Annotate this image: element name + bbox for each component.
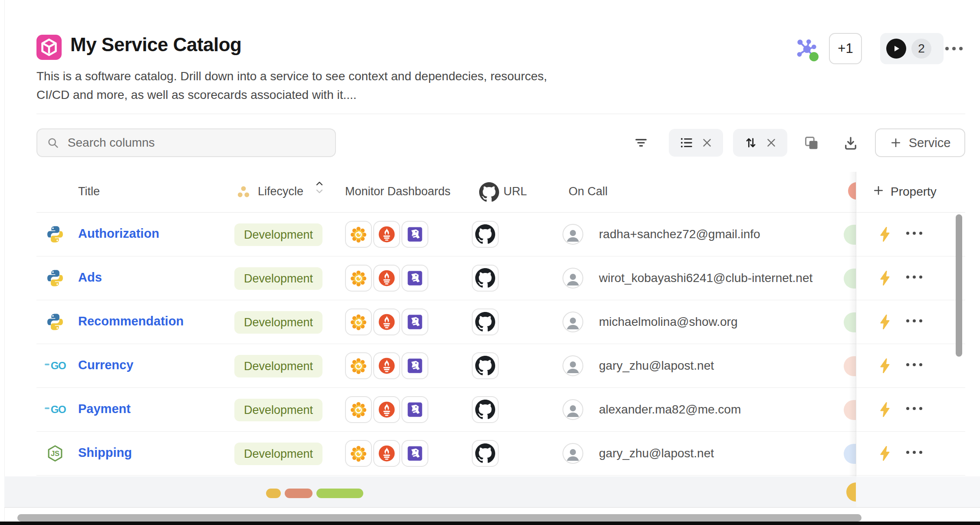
prometheus-dashboard-button[interactable] [373, 308, 400, 335]
plus-one-button[interactable]: +1 [829, 33, 862, 64]
python-icon [46, 225, 65, 244]
close-icon[interactable] [701, 137, 713, 148]
play-icon [886, 39, 906, 59]
column-title[interactable]: Title [78, 185, 100, 198]
add-property-label[interactable]: Property [891, 185, 937, 199]
add-property-button[interactable] [872, 184, 885, 197]
column-lifecycle[interactable]: Lifecycle [258, 185, 303, 198]
horizontal-scrollbar[interactable] [17, 514, 862, 522]
scorecard-bolt-icon[interactable] [877, 269, 894, 287]
service-title-link[interactable]: Recommendation [78, 314, 184, 328]
scorecard-bolt-icon[interactable] [877, 401, 894, 418]
github-url-button[interactable] [472, 396, 499, 423]
on-call-email: gary_zhu@lapost.net [599, 446, 714, 460]
datadog-dashboard-button[interactable] [401, 396, 428, 423]
sort-pill[interactable] [733, 129, 787, 157]
column-on-call[interactable]: On Call [569, 185, 608, 198]
row-menu-button[interactable] [906, 451, 922, 454]
service-title-link[interactable]: Authorization [78, 226, 159, 241]
service-title-link[interactable]: Shipping [78, 446, 132, 460]
grafana-dashboard-button[interactable] [345, 265, 372, 292]
row-menu-button[interactable] [906, 319, 922, 322]
window-edge [4, 0, 5, 525]
column-url[interactable]: URL [503, 185, 527, 198]
copy-icon[interactable] [802, 134, 821, 153]
monitor-dashboards-cell [345, 265, 428, 292]
nodejs-icon: JS [46, 444, 65, 463]
add-service-button[interactable]: Service [875, 128, 965, 157]
sort-arrows-icon [744, 136, 758, 150]
prometheus-dashboard-button[interactable] [373, 396, 400, 423]
avatar [562, 355, 583, 376]
github-url-button[interactable] [472, 308, 499, 335]
scorecard-bolt-icon[interactable] [877, 226, 894, 243]
row-menu-button[interactable] [906, 232, 922, 235]
grafana-dashboard-button[interactable] [345, 352, 372, 379]
page-menu-button[interactable] [945, 47, 963, 50]
column-monitor-dashboards[interactable]: Monitor Dashboards [345, 185, 451, 198]
plus-icon [890, 137, 902, 149]
github-url-button[interactable] [472, 440, 499, 467]
row-menu-button[interactable] [906, 407, 922, 410]
avatar [562, 224, 583, 245]
github-url-button[interactable] [472, 352, 499, 379]
sort-indicator[interactable] [315, 180, 324, 194]
on-call-email: michaelmolina@show.org [599, 315, 737, 329]
github-url-button[interactable] [472, 265, 499, 292]
lifecycle-badge: Development [234, 223, 322, 246]
scorecard-bolt-icon[interactable] [877, 313, 894, 331]
github-icon [479, 182, 499, 202]
grafana-dashboard-button[interactable] [345, 308, 372, 335]
row-menu-button[interactable] [906, 363, 922, 366]
table-row: Recommendation Development [36, 300, 965, 344]
on-call-email: radha+sanchez72@gmail.info [599, 227, 760, 241]
prometheus-dashboard-button[interactable] [373, 265, 400, 292]
github-url-button[interactable] [472, 221, 499, 248]
grafana-dashboard-button[interactable] [345, 396, 372, 423]
datadog-dashboard-button[interactable] [401, 265, 428, 292]
group-by-pill[interactable] [669, 129, 723, 157]
lifecycle-icon [234, 183, 253, 201]
service-title-link[interactable]: Ads [78, 270, 102, 285]
vertical-scrollbar[interactable] [956, 214, 962, 357]
service-title-link[interactable]: Payment [78, 402, 131, 416]
datadog-dashboard-button[interactable] [401, 308, 428, 335]
grafana-dashboard-button[interactable] [345, 221, 372, 248]
graph-view-icon[interactable] [794, 36, 822, 64]
grafana-dashboard-button[interactable] [345, 440, 372, 467]
search-columns-box [36, 128, 336, 157]
footer-summary-pill [266, 489, 281, 498]
monitor-dashboards-cell [345, 440, 428, 467]
datadog-dashboard-button[interactable] [401, 352, 428, 379]
service-catalog-page: My Service Catalog This is a software ca… [0, 0, 980, 525]
runs-button[interactable]: 2 [880, 33, 944, 64]
row-menu-button[interactable] [906, 276, 922, 279]
monitor-dashboards-cell [345, 221, 428, 248]
datadog-dashboard-button[interactable] [401, 440, 428, 467]
scorecard-bolt-icon[interactable] [877, 357, 894, 374]
lifecycle-badge: Development [234, 311, 322, 334]
filter-icon[interactable] [631, 133, 651, 152]
datadog-dashboard-button[interactable] [401, 221, 428, 248]
pinned-column-divider [856, 172, 856, 508]
close-icon[interactable] [766, 137, 777, 148]
table-row: GO Payment Development [36, 388, 965, 432]
table-row: GO Currency Development [36, 344, 965, 388]
table-header: Title Lifecycle Monitor Dashboards URL O… [36, 172, 965, 213]
port-logo-icon [36, 35, 62, 60]
scorecard-bolt-icon[interactable] [877, 445, 894, 462]
prometheus-dashboard-button[interactable] [373, 221, 400, 248]
footer-summary-pill [285, 489, 312, 498]
prometheus-dashboard-button[interactable] [373, 352, 400, 379]
table-row: Ads Development [36, 256, 965, 300]
search-input[interactable] [67, 135, 326, 150]
monitor-dashboards-cell [345, 308, 428, 335]
header-divider [36, 114, 965, 114]
bottom-edge-bar [0, 522, 980, 525]
service-title-link[interactable]: Currency [78, 358, 133, 372]
download-icon[interactable] [841, 134, 860, 153]
avatar [562, 443, 583, 464]
prometheus-dashboard-button[interactable] [373, 440, 400, 467]
lifecycle-badge: Development [234, 267, 322, 290]
footer-pinned-area [856, 476, 980, 507]
